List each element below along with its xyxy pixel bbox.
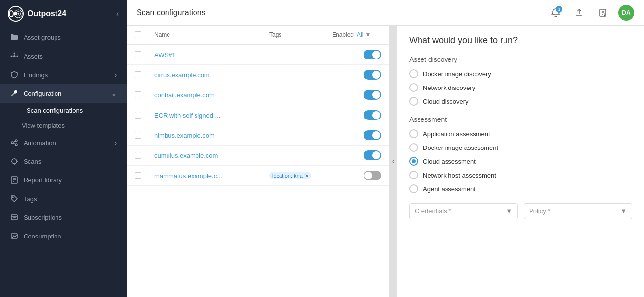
row-checkbox-cirrus[interactable] — [135, 71, 141, 78]
folder-icon — [10, 33, 19, 42]
row-checkbox-contrail[interactable] — [135, 91, 141, 98]
page-title: Scan configurations — [137, 8, 206, 17]
row-toggle-contrail[interactable] — [364, 90, 381, 100]
credentials-placeholder: Credentials * — [415, 208, 451, 215]
row-checkbox-aws1[interactable] — [135, 51, 141, 58]
row-toggle-ecr[interactable] — [364, 110, 381, 120]
sidebar-label-subscriptions: Subscriptions — [24, 214, 62, 221]
col-header-name: Name — [154, 31, 265, 38]
radio-item-cloud-discovery[interactable]: Cloud discovery — [409, 97, 632, 106]
credentials-select[interactable]: Credentials * ▼ — [409, 203, 518, 219]
subscriptions-icon — [10, 213, 19, 222]
wrench-icon — [10, 89, 19, 98]
sidebar-item-asset-groups[interactable]: Asset groups — [0, 28, 127, 47]
tag-label: location: kna — [272, 173, 303, 178]
radio-item-network-assessment[interactable]: Network host assessment — [409, 171, 632, 179]
radio-item-agent-assessment[interactable]: Agent assessment — [409, 184, 632, 193]
sidebar-item-findings[interactable]: Findings › — [0, 65, 127, 84]
row-toggle-aws1[interactable] — [364, 50, 381, 59]
sidebar-item-configuration[interactable]: Configuration ⌄ — [0, 84, 127, 103]
policy-select[interactable]: Policy * ▼ — [524, 203, 632, 219]
upload-button[interactable] — [571, 5, 587, 21]
radio-item-cloud-assessment[interactable]: Cloud assessment — [409, 157, 632, 166]
radio-item-app-assessment[interactable]: Application assessment — [409, 129, 632, 138]
row-name-cumulus[interactable]: cumulus.example.com — [154, 152, 218, 159]
policy-placeholder: Policy * — [529, 208, 550, 215]
chevron-down-icon: ⌄ — [112, 90, 117, 97]
row-name-cirrus[interactable]: cirrus.example.com — [154, 71, 210, 79]
radio-group-asset-discovery: Docker image discovery Network discovery… — [409, 69, 632, 106]
row-name-contrail[interactable]: contrail.example.com — [154, 91, 215, 99]
select-all-checkbox-col — [135, 31, 150, 38]
enabled-filter-dropdown[interactable]: ▼ — [365, 31, 371, 38]
radio-item-docker-assessment[interactable]: Docker image assessment — [409, 143, 632, 152]
svg-rect-25 — [11, 215, 17, 220]
user-avatar[interactable]: DA — [618, 5, 634, 21]
sidebar-item-subscriptions[interactable]: Subscriptions — [0, 208, 127, 227]
sidebar-label-configuration: Configuration — [24, 90, 61, 97]
radio-group-assessment: Application assessment Docker image asse… — [409, 129, 632, 193]
enabled-filter-value: All — [357, 31, 363, 38]
row-name-aws1[interactable]: AWS#1 — [154, 51, 176, 59]
header-actions: 1 DA — [548, 5, 634, 21]
panel-collapse-button[interactable]: ‹ — [390, 26, 397, 297]
svg-point-11 — [15, 140, 17, 142]
sidebar-item-scans[interactable]: Scans — [0, 152, 127, 171]
export-button[interactable] — [595, 5, 611, 21]
sidebar-label-assets: Assets — [24, 53, 43, 60]
row-name-ecr[interactable]: ECR with self signed ... — [154, 112, 220, 119]
table-row: mammatus.example.c... location: kna ✕ — [127, 166, 389, 186]
row-toggle-mammatus[interactable] — [364, 171, 381, 180]
sidebar-label-scan-configurations: Scan configurations — [27, 107, 83, 114]
chevron-right-icon-automation: › — [115, 139, 117, 147]
radio-circle-agent-assessment — [409, 184, 418, 193]
row-name-nimbus[interactable]: nimbus.example.com — [154, 132, 215, 139]
sidebar: Outpost24 ‹ Asset groups Assets Findings… — [0, 0, 127, 297]
credentials-dropdown-arrow: ▼ — [506, 208, 512, 215]
radio-item-docker-discovery[interactable]: Docker image discovery — [409, 69, 632, 78]
section-title-asset-discovery: Asset discovery — [409, 56, 632, 63]
logo-icon — [8, 6, 24, 22]
table-row: ECR with self signed ... — [127, 105, 389, 125]
row-toggle-cumulus[interactable] — [364, 150, 381, 160]
sidebar-item-report-library[interactable]: Report library — [0, 171, 127, 189]
radio-label-docker-discovery: Docker image discovery — [423, 70, 491, 78]
sidebar-label-asset-groups: Asset groups — [24, 34, 61, 41]
radio-circle-app-assessment — [409, 129, 418, 138]
sidebar-item-tags[interactable]: Tags — [0, 189, 127, 208]
sidebar-subitem-view-templates[interactable]: View templates — [0, 118, 127, 133]
row-name-mammatus[interactable]: mammatus.example.c... — [154, 172, 222, 179]
radio-circle-cloud-discovery — [409, 97, 418, 106]
radio-item-network-discovery[interactable]: Network discovery — [409, 83, 632, 92]
row-toggle-cirrus[interactable] — [364, 70, 381, 80]
radio-label-network-assessment: Network host assessment — [423, 172, 496, 179]
row-checkbox-mammatus[interactable] — [135, 172, 141, 179]
sidebar-item-consumption[interactable]: Consumption — [0, 227, 127, 245]
svg-point-15 — [12, 159, 17, 164]
scan-config-table: Name Tags Enabled All ▼ AWS#1 cirrus.exa… — [127, 26, 390, 297]
chevron-right-icon: › — [115, 71, 117, 79]
row-checkbox-cumulus[interactable] — [135, 152, 141, 159]
radio-label-docker-assessment: Docker image assessment — [423, 144, 498, 151]
enabled-label: Enabled — [332, 31, 354, 38]
sidebar-subitem-scan-configurations[interactable]: Scan configurations — [0, 103, 127, 118]
policy-dropdown-arrow: ▼ — [620, 208, 627, 215]
radio-circle-network-assessment — [409, 171, 418, 179]
logo-area: Outpost24 ‹ — [0, 0, 127, 28]
sidebar-item-assets[interactable]: Assets — [0, 47, 127, 65]
radio-circle-docker-discovery — [409, 69, 418, 78]
scan-icon — [10, 157, 19, 166]
radio-circle-cloud-assessment — [409, 157, 418, 166]
row-checkbox-ecr[interactable] — [135, 112, 141, 119]
select-all-checkbox[interactable] — [135, 31, 141, 38]
network-icon — [10, 52, 19, 60]
tag-remove-button[interactable]: ✕ — [305, 173, 308, 178]
sidebar-collapse-button[interactable]: ‹ — [116, 9, 119, 18]
col-header-enabled: Enabled All ▼ — [332, 31, 381, 38]
row-checkbox-nimbus[interactable] — [135, 132, 141, 139]
sidebar-label-consumption: Consumption — [24, 233, 61, 240]
notification-button[interactable]: 1 — [548, 5, 563, 21]
table-row: AWS#1 — [127, 45, 389, 65]
sidebar-item-automation[interactable]: Automation › — [0, 133, 127, 152]
row-toggle-nimbus[interactable] — [364, 130, 381, 140]
